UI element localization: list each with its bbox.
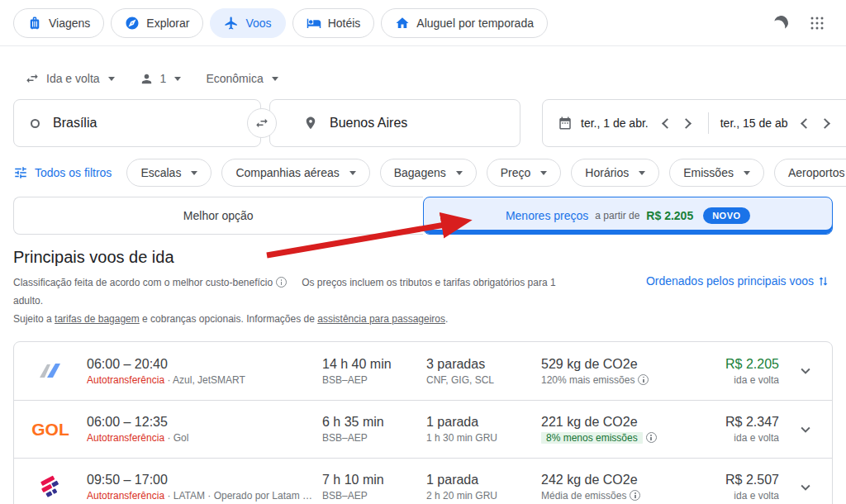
all-filters-label: Todos os filtros <box>35 166 112 179</box>
depart-prev-chevron-icon[interactable] <box>662 118 673 129</box>
origin-input[interactable]: Brasília <box>13 99 261 147</box>
baggage-fees-link[interactable]: tarifas de bagagem <box>55 313 140 325</box>
nav-tab-hoteis[interactable]: Hotéis <box>292 8 375 38</box>
tab-best-option[interactable]: Melhor opção <box>13 197 423 235</box>
gol-logo-text: GOL <box>31 420 69 440</box>
nav-tab-aluguel[interactable]: Aluguel por temporada <box>381 8 548 38</box>
flight-route: BSB–AEP <box>322 374 426 386</box>
nav-tab-voos[interactable]: Voos <box>210 8 285 38</box>
trip-type-select[interactable]: Ida e volta <box>25 71 115 86</box>
chip-label: Preço <box>501 166 531 179</box>
dates-field[interactable]: ter., 1 de abr. ter., 15 de ab <box>542 99 846 147</box>
depart-next-chevron-icon[interactable] <box>681 118 692 129</box>
flight-stops-detail: 1 h 30 min GRU <box>426 432 541 444</box>
info-icon[interactable] <box>638 374 649 385</box>
return-date-value[interactable]: ter., 15 de ab <box>720 116 788 130</box>
flight-stops: 1 parada <box>426 415 541 430</box>
filter-chip-aeroportos[interactable]: Aeroportos de con <box>774 159 846 187</box>
luggage-icon <box>27 16 42 31</box>
return-next-chevron-icon[interactable] <box>820 118 831 129</box>
swap-locations-button[interactable] <box>247 108 277 138</box>
info-icon[interactable] <box>646 432 657 443</box>
nav-tab-viagens[interactable]: Viagens <box>13 8 104 38</box>
dropdown-caret-icon <box>456 171 463 175</box>
google-apps-button[interactable] <box>810 16 825 31</box>
subtitle-line1a: Classificação feita de acordo com o melh… <box>13 277 273 288</box>
filter-chip-companhias[interactable]: Companhias aéreas <box>221 159 369 187</box>
flight-times: 06:00 – 20:40 <box>87 357 322 372</box>
dropdown-caret-icon <box>174 77 181 81</box>
flight-price: R$ 2.507 <box>682 473 779 487</box>
airline-logo-gol: GOL <box>14 420 87 440</box>
chip-label: Aeroportos de con <box>788 166 846 179</box>
flight-row[interactable]: GOL 06:00 – 12:35 Autotransferência · Go… <box>14 400 832 458</box>
flight-row[interactable]: 06:00 – 20:40 Autotransferência · Azul, … <box>14 342 832 400</box>
airline-logo-latam <box>14 473 87 502</box>
nav-tab-label: Hotéis <box>328 17 361 30</box>
tab-cheapest-prices[interactable]: Menores preços a partir de R$ 2.205 NOVO <box>423 197 834 235</box>
tab-cheapest-price: R$ 2.205 <box>646 209 693 222</box>
transfer-label: Autotransferência <box>87 490 164 502</box>
expand-flight-button[interactable] <box>779 362 832 380</box>
nav-tab-explorar[interactable]: Explorar <box>111 8 203 38</box>
carriers-label: · Gol <box>167 432 188 444</box>
dropdown-caret-icon <box>744 171 750 175</box>
flight-duration: 6 h 35 min <box>322 415 426 430</box>
flight-co2: 529 kg de CO2e <box>541 357 682 372</box>
flight-co2: 221 kg de CO2e <box>541 415 682 430</box>
filter-chip-escalas[interactable]: Escalas <box>126 159 212 187</box>
results-header: Principais voos de ida Classificação fei… <box>13 248 833 328</box>
filter-chip-bagagens[interactable]: Bagagens <box>380 159 477 187</box>
chip-label: Companhias aéreas <box>235 166 339 179</box>
flight-icon <box>224 16 239 31</box>
house-icon <box>395 16 410 31</box>
destination-input[interactable]: Buenos Aires <box>269 99 520 147</box>
filter-chip-preco[interactable]: Preço <box>487 159 562 187</box>
search-fields: Brasília Buenos Aires ter., 1 de abr. te… <box>13 99 833 147</box>
dropdown-caret-icon <box>349 171 356 175</box>
flight-price: R$ 2.347 <box>682 415 779 430</box>
expand-flight-button[interactable] <box>779 421 832 439</box>
flight-emissions: Média de emissões <box>541 490 626 502</box>
dark-mode-button[interactable] <box>774 16 788 30</box>
trip-type-label: ida e volta <box>682 374 779 386</box>
tab-best-label: Melhor opção <box>183 209 254 222</box>
flight-row[interactable]: 09:50 – 17:00 Autotransferência · LATAM … <box>14 458 832 504</box>
tune-icon <box>13 165 28 180</box>
carriers-label: · LATAM · Operado por Latam … <box>167 490 312 502</box>
origin-circle-icon <box>31 119 40 128</box>
dropdown-caret-icon <box>272 77 278 81</box>
passengers-select[interactable]: 1 <box>140 72 182 86</box>
emissions-badge: 8% menos emissões <box>541 432 643 444</box>
passenger-assistance-link[interactable]: assistência para passageiros <box>317 313 445 325</box>
chip-label: Emissões <box>683 166 734 179</box>
all-filters-button[interactable]: Todos os filtros <box>13 165 112 180</box>
flight-duration: 7 h 10 min <box>322 473 426 487</box>
sort-button[interactable]: Ordenados pelos principais voos <box>646 274 829 288</box>
filter-chip-horarios[interactable]: Horários <box>571 159 659 187</box>
tab-cheapest-prefix: a partir de <box>595 210 639 221</box>
origin-value: Brasília <box>53 116 97 131</box>
cabin-class-select[interactable]: Econômica <box>206 72 278 85</box>
trip-type-label: ida e volta <box>682 432 779 444</box>
depart-date-value[interactable]: ter., 1 de abr. <box>581 116 649 130</box>
info-icon[interactable] <box>630 490 640 501</box>
apps-grid-icon <box>810 16 825 31</box>
dropdown-caret-icon <box>540 171 547 175</box>
filters-bar: Todos os filtros Escalas Companhias aére… <box>13 159 846 187</box>
filter-chip-emissoes[interactable]: Emissões <box>669 159 764 187</box>
nav-tab-label: Explorar <box>146 17 189 30</box>
destination-value: Buenos Aires <box>330 116 407 131</box>
dates-divider <box>708 112 709 134</box>
nav-tab-label: Aluguel por temporada <box>416 17 534 30</box>
transfer-label: Autotransferência <box>87 432 164 444</box>
info-icon[interactable] <box>276 277 287 288</box>
swap-arrows-icon <box>254 116 269 131</box>
hotel-icon <box>307 16 321 31</box>
flight-co2: 242 kg de CO2e <box>541 473 682 487</box>
expand-flight-button[interactable] <box>779 478 832 497</box>
nav-pills: Viagens Explorar Voos Hotéis Aluguel por… <box>13 8 548 38</box>
place-pin-icon <box>303 116 318 131</box>
return-prev-chevron-icon[interactable] <box>801 118 812 129</box>
sort-label: Ordenados pelos principais voos <box>646 274 814 288</box>
